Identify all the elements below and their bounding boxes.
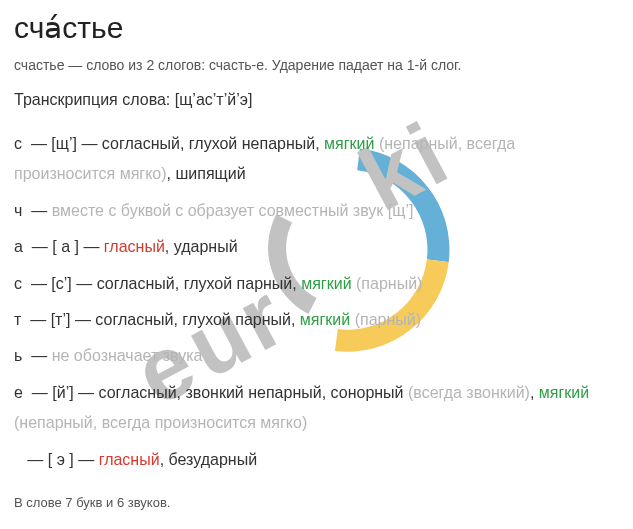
row-text-part: — согласный, глухой парный, [70,311,299,328]
row-text-part: , [530,384,539,401]
row-text-part: (парный) [350,311,421,328]
row-text-part: (непарный, всегда произносится мягко) [14,414,307,431]
transcription-label: Транскрипция слова: [14,91,175,108]
dash-separator: — [32,384,52,401]
row-text-part: — [79,238,104,255]
row-text-part: (всегда звонкий) [408,384,530,401]
word-title: сча́стье [14,10,619,45]
row-text-part: — согласный, звонкий непарный, сонорный [74,384,408,401]
row-text-part: — согласный, глухой парный, [72,275,301,292]
transcription-value: [щ’ас’т’й’э] [175,91,253,108]
phonetic-row: ь — не обозначает звука [14,341,619,371]
row-text-part: мягкий [324,135,374,152]
row-text-part: гласный [99,451,160,468]
row-text-part: гласный [104,238,165,255]
row-text-part: мягкий [300,311,350,328]
phonetic-row: ч — вместе с буквой с образует совместны… [14,196,619,226]
row-letter: с [14,135,22,152]
row-sound: [с’] [51,275,71,292]
summary-line: В слове 7 букв и 6 звуков. [14,495,619,510]
row-letter: с [14,275,22,292]
dash-separator: — [31,347,51,364]
dash-separator: — [30,311,50,328]
row-sound: [т’] [51,311,71,328]
phonetic-row: с — [с’] — согласный, глухой парный, мяг… [14,269,619,299]
row-text-part: не обозначает звука [52,347,203,364]
row-text-part: — [74,451,99,468]
row-text-part: мягкий [539,384,589,401]
dash-separator: — [27,451,47,468]
row-text-part: вместе с буквой с образует совместный зв… [52,202,414,219]
dash-separator: — [32,238,52,255]
phonetic-row: т — [т’] — согласный, глухой парный, мяг… [14,305,619,335]
syllable-info: счастье — слово из 2 слогов: счасть-е. У… [14,57,619,73]
row-sound: [й’] [52,384,73,401]
dash-separator: — [31,202,51,219]
phonetic-row: — [ э ] — гласный, безударный [14,445,619,475]
row-text-part: , безударный [160,451,257,468]
row-letter: е [14,384,23,401]
row-sound: [ э ] [48,451,74,468]
row-text-part: мягкий [301,275,351,292]
row-text-part: , шипящий [167,165,246,182]
row-text-part: (парный) [352,275,423,292]
dash-separator: — [31,275,51,292]
row-text-part: — согласный, глухой непарный, [77,135,324,152]
document-page: сча́стье счастье — слово из 2 слогов: сч… [0,0,633,524]
phonetic-rows: с — [щ’] — согласный, глухой непарный, м… [14,129,619,475]
phonetic-row: е — [й’] — согласный, звонкий непарный, … [14,378,619,439]
row-sound: [щ’] [51,135,77,152]
transcription-line: Транскрипция слова: [щ’ас’т’й’э] [14,91,619,109]
row-sound: [ а ] [52,238,79,255]
phonetic-row: с — [щ’] — согласный, глухой непарный, м… [14,129,619,190]
dash-separator: — [31,135,51,152]
row-letter: а [14,238,23,255]
row-text-part: , ударный [165,238,238,255]
phonetic-row: а — [ а ] — гласный, ударный [14,232,619,262]
